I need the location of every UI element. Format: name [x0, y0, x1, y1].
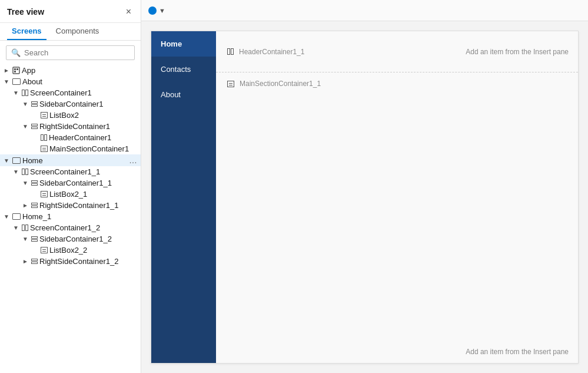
- tree-item-about[interactable]: ▼ About: [0, 76, 141, 87]
- tree-item-listbox2[interactable]: ListBox2: [0, 110, 141, 121]
- tree-item-sidebarcontainer1-1[interactable]: ▼ SidebarContainer1_1: [0, 177, 141, 189]
- main-insert-hint: Add an item from the Insert pane: [225, 312, 569, 356]
- tree-item-home-1[interactable]: ▼ Home_1: [0, 211, 141, 222]
- svg-rect-0: [13, 67, 19, 74]
- expand-icon-home-1: ▼: [2, 213, 11, 220]
- app-icon: [12, 67, 20, 74]
- tab-components[interactable]: Components: [51, 23, 104, 40]
- tree-label-lb2-2: ListBox2_2: [49, 246, 87, 255]
- tree-label-rsc1-2: RightSideContainer1_2: [39, 257, 118, 266]
- tree-label-lb2: ListBox2: [49, 111, 79, 120]
- header-container-icon: [227, 48, 234, 55]
- hcontainer-icon-sc1: [22, 90, 28, 96]
- tree-label-hc1: HeaderContainer1: [49, 133, 111, 142]
- tree-label-sb1: SidebarContainer1: [39, 100, 103, 108]
- tree-item-home[interactable]: ▼ Home …: [0, 154, 141, 166]
- listbox-icon-lb2-2: [41, 247, 48, 253]
- tree-label-rsc1-1: RightSideContainer1_1: [39, 201, 118, 210]
- expand-icon-sc1: ▼: [12, 90, 20, 96]
- search-icon: 🔍: [11, 48, 21, 57]
- main-section-header: MainSectionContainer1_1: [225, 80, 569, 88]
- tree-label-sb1-1: SidebarContainer1_1: [39, 179, 112, 187]
- sidebar-nav: Home Contacts About: [151, 31, 216, 363]
- hcontainer-icon-sc1-1: [22, 169, 28, 175]
- svg-rect-3: [14, 71, 16, 72]
- tree-item-screencontainer1-1[interactable]: ▼ ScreenContainer1_1: [0, 166, 141, 177]
- canvas-chevron-down[interactable]: ▼: [159, 7, 165, 14]
- listbox-icon-lb2-1: [41, 191, 48, 197]
- header-insert-hint: Add an item from the Insert pane: [466, 48, 569, 56]
- tree-label-sb1-2: SidebarContainer1_2: [39, 235, 112, 243]
- nav-item-about[interactable]: About: [151, 82, 216, 107]
- close-button[interactable]: ×: [124, 6, 134, 18]
- panel-header: Tree view ×: [0, 0, 141, 23]
- canvas-top-bar: ▼: [141, 0, 588, 21]
- tree-item-rightsidecontainer1[interactable]: ▼ RightSideContainer1: [0, 121, 141, 132]
- panel-title: Tree view: [7, 7, 44, 16]
- hcontainer-icon-hc1: [41, 134, 47, 141]
- tree-label-msc1: MainSectionContainer1: [49, 144, 129, 153]
- tab-screens[interactable]: Screens: [7, 23, 46, 40]
- tree-item-screencontainer1-2[interactable]: ▼ ScreenContainer1_2: [0, 222, 141, 233]
- screen-icon-about: [12, 78, 21, 85]
- vcontainer-icon-rsc1-1: [31, 203, 38, 208]
- tree-label-home-1: Home_1: [22, 212, 51, 221]
- canvas-panel: ▼ Home Contacts About HeaderContainer1_1: [141, 0, 588, 373]
- expand-icon-sb1-2: ▼: [21, 236, 29, 242]
- expand-icon-rsc1-1: ►: [21, 202, 29, 209]
- canvas-dot: [148, 6, 157, 15]
- main-container-icon: [227, 81, 234, 87]
- tree-label-sc1-2: ScreenContainer1_2: [30, 223, 100, 232]
- expand-icon-sc1-2: ▼: [12, 225, 20, 231]
- tree-item-listbox2-1[interactable]: ListBox2_1: [0, 189, 141, 200]
- hcontainer-icon-sc1-2: [22, 225, 28, 231]
- expand-icon-about: ▼: [2, 78, 11, 85]
- expand-icon-home: ▼: [2, 157, 11, 164]
- tree-item-sidebarcontainer1-2[interactable]: ▼ SidebarContainer1_2: [0, 233, 141, 245]
- expand-icon-sc1-1: ▼: [12, 169, 20, 175]
- tabs-row: Screens Components: [0, 23, 141, 41]
- listbox-icon-msc1: [41, 146, 48, 152]
- tree-item-mainsectioncontainer1[interactable]: MainSectionContainer1: [0, 143, 141, 154]
- vcontainer-icon-sb1-2: [31, 236, 38, 242]
- tree-label-home: Home: [22, 156, 43, 165]
- vcontainer-icon-rsc1: [31, 124, 38, 129]
- tree-item-rightsidecontainer1-2[interactable]: ► RightSideContainer1_2: [0, 256, 141, 267]
- tree-label-rsc1: RightSideContainer1: [39, 122, 110, 131]
- tree-label-lb2-1: ListBox2_1: [49, 190, 87, 199]
- vcontainer-icon-sb1-1: [31, 180, 38, 186]
- search-input[interactable]: [24, 48, 129, 57]
- svg-rect-1: [14, 68, 16, 70]
- listbox-icon-lb2: [41, 112, 48, 118]
- search-bar: 🔍: [6, 45, 135, 60]
- tree-item-listbox2-2[interactable]: ListBox2_2: [0, 245, 141, 256]
- tree-item-headercontainer1[interactable]: HeaderContainer1: [0, 132, 141, 143]
- tree-label-sc1-1: ScreenContainer1_1: [30, 167, 100, 176]
- app-preview: Home Contacts About HeaderContainer1_1 A…: [151, 31, 579, 364]
- header-container-label: HeaderContainer1_1: [239, 48, 304, 56]
- tree-item-app[interactable]: ► App: [0, 65, 141, 76]
- more-options-button[interactable]: …: [125, 156, 141, 165]
- nav-item-home[interactable]: Home: [151, 31, 216, 57]
- content-area: HeaderContainer1_1 Add an item from the …: [216, 31, 578, 363]
- expand-icon-rsc1-2: ►: [21, 258, 29, 265]
- screen-icon-home: [12, 157, 21, 164]
- expand-icon-sb1-1: ▼: [21, 180, 29, 186]
- main-section: MainSectionContainer1_1 Add an item from…: [216, 72, 578, 363]
- svg-rect-2: [16, 68, 18, 70]
- tree-label-sc1: ScreenContainer1: [30, 88, 92, 97]
- tree-container: ► App ▼ About ▼ ScreenContainer1 ▼: [0, 65, 141, 373]
- header-container-label-row: HeaderContainer1_1: [225, 48, 304, 56]
- canvas-area: Home Contacts About HeaderContainer1_1 A…: [141, 21, 588, 373]
- header-section: HeaderContainer1_1 Add an item from the …: [216, 31, 578, 72]
- screen-icon-home-1: [12, 213, 21, 220]
- expand-icon-sb1: ▼: [21, 101, 29, 107]
- tree-label-app: App: [22, 66, 35, 75]
- tree-item-screencontainer1[interactable]: ▼ ScreenContainer1: [0, 87, 141, 98]
- vcontainer-icon-rsc1-2: [31, 259, 38, 264]
- tree-item-sidebarcontainer1[interactable]: ▼ SidebarContainer1: [0, 98, 141, 110]
- tree-label-about: About: [22, 77, 42, 86]
- tree-item-rightsidecontainer1-1[interactable]: ► RightSideContainer1_1: [0, 200, 141, 211]
- expand-icon-app: ►: [2, 67, 11, 74]
- nav-item-contacts[interactable]: Contacts: [151, 57, 216, 82]
